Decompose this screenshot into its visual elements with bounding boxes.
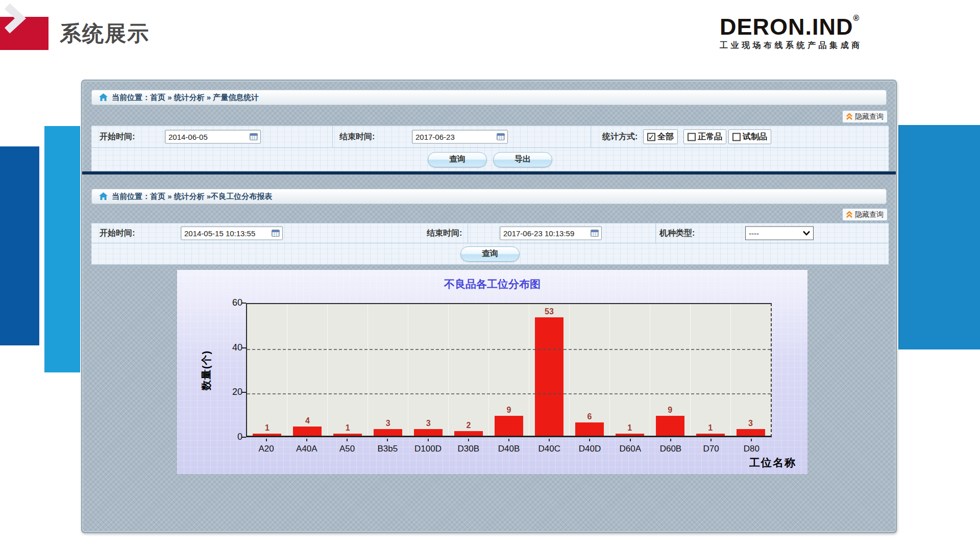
- x-tick-D40B: D40B: [488, 439, 529, 454]
- bar-rect: [414, 429, 443, 436]
- y-axis-label: 数量(个): [200, 336, 213, 405]
- registered-mark: ®: [853, 14, 860, 22]
- bar-A20: 1: [247, 423, 287, 436]
- button-row-defect: 查询: [91, 243, 889, 265]
- home-icon[interactable]: [99, 93, 108, 102]
- bar-rect: [253, 434, 281, 436]
- x-tick-D30B: D30B: [448, 439, 488, 454]
- bar-D40B: 9: [489, 406, 529, 436]
- bar-D60B: 9: [650, 406, 690, 436]
- bar-D40D: 6: [569, 412, 609, 436]
- bar-rect: [293, 427, 322, 436]
- calendar-icon[interactable]: [497, 133, 505, 140]
- bar-value-label: 53: [545, 307, 554, 316]
- x-tick-D40D: D40D: [570, 439, 610, 454]
- y-tick-label: 40: [222, 342, 242, 353]
- bar-D80: 3: [730, 419, 771, 436]
- brand-tagline: 工业现场布线系统产品集成商: [720, 40, 888, 51]
- query-form-production: 开始时间: 结束时间: 统计方式: 全部 正常品 试制品: [91, 126, 889, 148]
- panel-separator: [82, 171, 896, 174]
- export-button[interactable]: 导出: [493, 152, 552, 167]
- checkbox-icon: [732, 133, 741, 141]
- checkbox-normal[interactable]: 正常品: [683, 130, 726, 144]
- query-button-2[interactable]: 查询: [460, 246, 520, 262]
- checkbox-label: 试制品: [743, 132, 767, 142]
- bar-D60A: 1: [609, 423, 650, 436]
- calendar-icon[interactable]: [272, 230, 280, 237]
- bar-rect: [616, 434, 644, 436]
- bar-rect: [374, 429, 402, 436]
- gridline-20: [247, 393, 771, 394]
- hide-query-button-2[interactable]: 隐藏查询: [842, 208, 888, 221]
- y-tick-mark: [241, 347, 246, 348]
- divider: [332, 126, 333, 147]
- plot-area: 14133295361913: [246, 303, 772, 437]
- bar-value-label: 1: [265, 423, 270, 433]
- home-icon[interactable]: [99, 192, 108, 201]
- x-tick-D40C: D40C: [529, 439, 570, 454]
- machine-type-select[interactable]: ----: [745, 227, 814, 240]
- divider: [591, 126, 591, 147]
- divider: [655, 223, 656, 243]
- main-panel: 当前位置：首页 » 统计分析 » 产量信息统计 隐藏查询 开始时间: 结束时间:…: [81, 80, 897, 533]
- bar-A50: 1: [328, 423, 368, 436]
- bar-value-label: 1: [708, 423, 713, 433]
- x-axis-labels: A20A40AA50B3b5D100DD30BD40BD40CD40DD60AD…: [246, 439, 772, 454]
- checkbox-trial[interactable]: 试制品: [728, 130, 771, 144]
- checkbox-label: 全部: [657, 132, 674, 142]
- bar-value-label: 9: [507, 406, 511, 415]
- brand-chevron-icon: [4, 3, 27, 34]
- y-tick-mark: [241, 437, 246, 438]
- y-tick-mark: [241, 303, 246, 304]
- y-tick-mark: [241, 392, 246, 393]
- bar-rect: [575, 422, 604, 436]
- y-tick-label: 60: [222, 297, 242, 308]
- x-tick-D100D: D100D: [408, 439, 448, 454]
- y-tick-label: 0: [222, 432, 242, 442]
- bars: 14133295361913: [247, 304, 771, 436]
- x-tick-A40A: A40A: [286, 439, 327, 454]
- hide-query-label: 隐藏查询: [855, 112, 884, 121]
- defect-distribution-chart: 不良品各工位分布图 数量(个) 14133295361913 0204060 A…: [177, 270, 807, 474]
- end-datetime-input[interactable]: [500, 227, 602, 240]
- x-tick-D70: D70: [691, 439, 731, 454]
- decor-band-right-blue: [898, 125, 980, 349]
- chart-title: 不良品各工位分布图: [177, 277, 807, 291]
- collapse-icon: [846, 211, 852, 218]
- query-button-1[interactable]: 查询: [428, 152, 487, 167]
- decor-band-dark-blue: [0, 146, 39, 345]
- end-time-label-2: 结束时间:: [427, 228, 462, 239]
- x-tick-D60A: D60A: [610, 439, 650, 454]
- page-title: 系统展示: [60, 19, 150, 48]
- divider: [468, 223, 468, 243]
- bar-value-label: 1: [346, 423, 350, 433]
- bar-value-label: 6: [587, 412, 592, 421]
- x-tick-D80: D80: [731, 439, 772, 454]
- start-date-input-1[interactable]: [165, 130, 261, 144]
- x-tick-A20: A20: [246, 439, 286, 454]
- bar-value-label: 2: [467, 421, 471, 430]
- calendar-icon[interactable]: [591, 230, 599, 237]
- bar-rect: [656, 416, 684, 436]
- start-time-label-1: 开始时间:: [100, 132, 135, 142]
- end-date-input-1[interactable]: [412, 130, 508, 144]
- bar-value-label: 9: [668, 406, 672, 415]
- breadcrumb-text: 当前位置：首页 » 统计分析 » 产量信息统计: [112, 93, 259, 103]
- checkbox-all[interactable]: 全部: [643, 130, 678, 144]
- bar-rect: [454, 431, 483, 436]
- start-datetime-input[interactable]: [181, 227, 283, 240]
- calendar-icon[interactable]: [250, 133, 258, 140]
- bar-value-label: 3: [386, 419, 390, 428]
- button-row-production: 查询 导出: [91, 148, 889, 171]
- collapse-icon: [846, 113, 852, 120]
- x-tick-B3b5: B3b5: [368, 439, 408, 454]
- y-tick-label: 20: [222, 387, 242, 397]
- bar-value-label: 1: [627, 423, 632, 433]
- bar-D30B: 2: [449, 421, 489, 436]
- query-form-defect: 开始时间: 结束时间: 机种类型: ----: [91, 223, 889, 243]
- hide-query-button-1[interactable]: 隐藏查询: [842, 110, 888, 123]
- checkbox-icon: [688, 133, 696, 141]
- bar-rect: [495, 416, 523, 436]
- gridline-40: [247, 349, 771, 350]
- bar-A40A: 4: [287, 416, 328, 436]
